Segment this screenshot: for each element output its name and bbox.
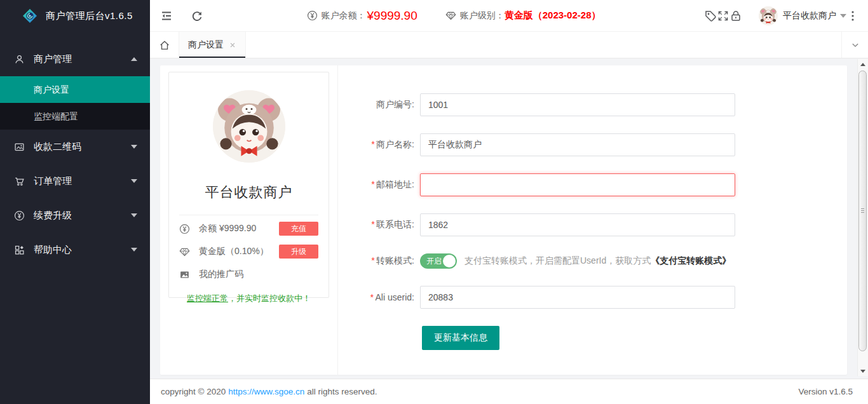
caret-down-icon bbox=[131, 145, 137, 149]
sidebar-submenu: 商户设置 监控端配置 bbox=[0, 76, 150, 130]
promo-row[interactable]: 我的推广码 bbox=[179, 265, 318, 284]
transfer-mode-doc-link[interactable]: 《支付宝转账模式》 bbox=[651, 255, 731, 266]
form-row-merchant-id: *商户编号: bbox=[344, 93, 847, 116]
content-area: 平台收款商户 余额 ¥9999.90 充值 黄金版（0.10%） 升级 bbox=[150, 59, 857, 379]
diamond-icon bbox=[445, 10, 456, 21]
required-mark: * bbox=[371, 255, 374, 266]
caret-down-icon bbox=[131, 179, 137, 183]
chevron-down-icon bbox=[851, 41, 860, 50]
vertical-scrollbar[interactable] bbox=[857, 59, 868, 376]
app-title: 商户管理后台v1.6.5 bbox=[46, 10, 133, 22]
app-logo-row: 商户管理后台v1.6.5 bbox=[0, 0, 150, 32]
scroll-up-button[interactable] bbox=[858, 59, 868, 69]
topbar-actions: 平台收款商户 bbox=[704, 6, 859, 25]
required-mark: * bbox=[371, 139, 374, 149]
toggle-knob bbox=[443, 255, 456, 267]
sidebar-item-label: 续费升级 bbox=[34, 210, 131, 222]
more-vertical-icon[interactable] bbox=[846, 10, 859, 22]
email-input[interactable] bbox=[420, 173, 735, 196]
sidebar-item-monitor-config[interactable]: 监控端配置 bbox=[0, 103, 150, 130]
copyright-text: copyright © 2020 bbox=[161, 387, 226, 396]
merchant-id-input[interactable] bbox=[420, 93, 735, 116]
merchant-name: 平台收款商户 bbox=[179, 183, 318, 202]
sidebar-item-qrcode[interactable]: 收款二维码 bbox=[0, 130, 150, 164]
form-row-merchant-name: *商户名称: bbox=[344, 133, 847, 156]
yen-circle-icon bbox=[179, 224, 190, 234]
update-info-button[interactable]: 更新基本信息 bbox=[422, 326, 499, 350]
tab-merchant-settings[interactable]: 商户设置 bbox=[179, 32, 246, 58]
profile-card: 平台收款商户 余额 ¥9999.90 充值 黄金版（0.10%） 升级 bbox=[168, 72, 329, 298]
sidebar-item-label: 收款二维码 bbox=[34, 141, 131, 153]
merchant-name-input[interactable] bbox=[420, 133, 735, 156]
collapse-sidebar-icon[interactable] bbox=[160, 10, 173, 22]
yen-circle-icon bbox=[14, 210, 25, 221]
tab-overflow-button[interactable] bbox=[841, 32, 868, 58]
account-balance: 账户余额： ¥9999.90 bbox=[307, 9, 417, 23]
phone-input[interactable] bbox=[420, 213, 735, 236]
toggle-on-label: 开启 bbox=[426, 253, 442, 269]
qrcode-image-icon bbox=[14, 142, 25, 152]
monitor-status-head: 监控端正常 bbox=[187, 293, 228, 303]
apps-icon bbox=[14, 245, 25, 255]
sidebar-item-orders[interactable]: 订单管理 bbox=[0, 164, 150, 198]
yen-circle-icon bbox=[307, 10, 318, 21]
chevron-down-icon bbox=[840, 14, 846, 18]
app-logo-icon bbox=[22, 8, 38, 24]
balance-text: 余额 ¥9999.90 bbox=[199, 223, 279, 234]
fullscreen-icon[interactable] bbox=[717, 10, 729, 22]
footer: copyright © 2020 https://www.sgoe.cn all… bbox=[150, 379, 868, 404]
balance-row: 余额 ¥9999.90 充值 bbox=[179, 219, 318, 238]
refresh-icon[interactable] bbox=[191, 10, 203, 22]
merchant-avatar bbox=[213, 90, 285, 163]
sidebar-item-label: 帮助中心 bbox=[34, 244, 131, 256]
cart-icon bbox=[14, 176, 25, 187]
tag-icon[interactable] bbox=[704, 10, 717, 22]
footer-link[interactable]: https://www.sgoe.cn bbox=[228, 387, 304, 396]
transfer-mode-toggle[interactable]: 开启 bbox=[420, 253, 457, 269]
required-mark: * bbox=[371, 179, 374, 189]
sidebar-item-merchant-mgmt[interactable]: 商户管理 bbox=[0, 42, 150, 76]
recharge-button[interactable]: 充值 bbox=[279, 222, 318, 236]
monitor-status: 监控端正常，并实时监控收款中！ bbox=[179, 293, 318, 304]
home-icon bbox=[159, 39, 170, 51]
tab-home[interactable] bbox=[150, 32, 179, 58]
lock-icon[interactable] bbox=[729, 10, 742, 22]
required-mark: * bbox=[371, 219, 374, 229]
caret-up-icon bbox=[131, 57, 137, 61]
account-level: 账户级别： 黄金版（2023-02-28） bbox=[445, 10, 601, 22]
level-value: 黄金版（2023-02-28） bbox=[505, 10, 601, 22]
caret-down-icon bbox=[131, 213, 137, 217]
scrollbar-thumb[interactable] bbox=[858, 71, 867, 351]
form-row-phone: *联系电话: bbox=[344, 213, 847, 236]
diamond-icon bbox=[179, 246, 190, 257]
scrollbar-grip bbox=[861, 208, 864, 214]
sidebar-item-help-center[interactable]: 帮助中心 bbox=[0, 232, 150, 267]
topbar: 账户余额： ¥9999.90 账户级别： 黄金版（2023-02-28） bbox=[150, 0, 868, 32]
field-label: *邮箱地址: bbox=[344, 179, 414, 191]
close-icon[interactable] bbox=[229, 41, 236, 49]
user-menu[interactable]: 平台收款商户 bbox=[759, 6, 846, 25]
level-text: 黄金版（0.10%） bbox=[199, 246, 279, 257]
sidebar-item-renewal[interactable]: 续费升级 bbox=[0, 198, 150, 232]
tabbar: 商户设置 bbox=[150, 32, 868, 58]
monitor-status-tail: ，并实时监控收款中！ bbox=[228, 293, 311, 303]
balance-value: ¥9999.90 bbox=[367, 9, 417, 23]
sidebar-item-label: 订单管理 bbox=[34, 175, 131, 187]
promo-image-icon bbox=[179, 269, 190, 280]
upgrade-button[interactable]: 升级 bbox=[279, 245, 318, 259]
field-label: *商户名称: bbox=[344, 139, 414, 151]
profile-column: 平台收款商户 余额 ¥9999.90 充值 黄金版（0.10%） 升级 bbox=[160, 65, 338, 375]
topbar-stats: 账户余额： ¥9999.90 账户级别： 黄金版（2023-02-28） bbox=[307, 9, 601, 23]
merchant-settings-panel: 平台收款商户 余额 ¥9999.90 充值 黄金版（0.10%） 升级 bbox=[160, 65, 847, 375]
field-label: *Ali userid: bbox=[344, 292, 414, 302]
scroll-down-button[interactable] bbox=[858, 366, 868, 376]
sidebar-item-label: 商户管理 bbox=[34, 53, 131, 65]
form-row-email: *邮箱地址: bbox=[344, 173, 847, 196]
ali-userid-input[interactable] bbox=[420, 286, 735, 309]
username: 平台收款商户 bbox=[783, 10, 836, 22]
form-row-transfer-mode: *转账模式: 开启 支付宝转账模式，开启需配置UserId，获取方式《支付宝转账… bbox=[344, 253, 847, 269]
app-window: 商户管理后台v1.6.5 商户管理 商户设置 监控端配置 收款二维码 订单管理 bbox=[0, 0, 868, 404]
required-mark: * bbox=[370, 292, 373, 302]
tab-label: 商户设置 bbox=[188, 39, 224, 51]
sidebar-item-merchant-settings[interactable]: 商户设置 bbox=[0, 76, 150, 103]
